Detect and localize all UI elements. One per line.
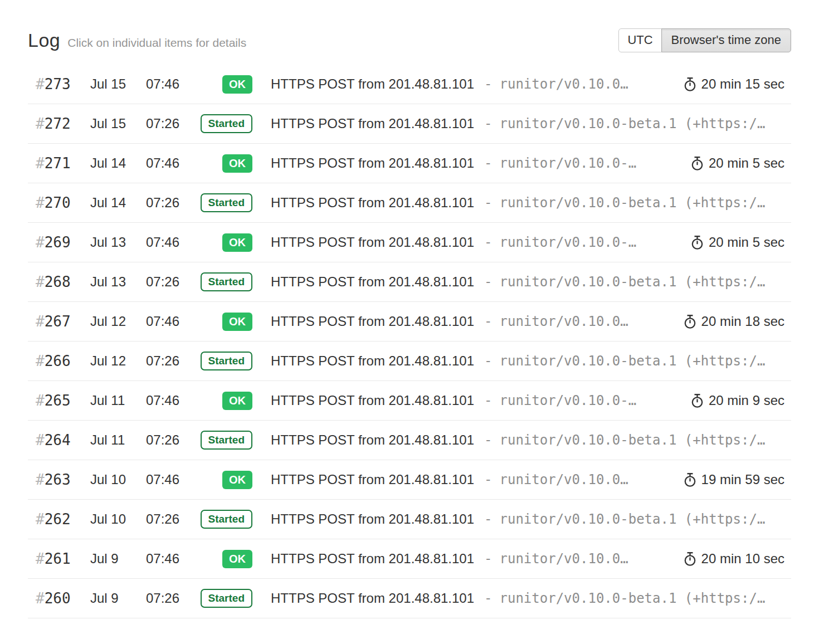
log-row[interactable]: #260 Jul 9 07:26 Started HTTPS POST from… [28,579,791,618]
log-row[interactable]: #264 Jul 11 07:26 Started HTTPS POST fro… [28,421,791,460]
browser-timezone-button[interactable]: Browser's time zone [661,28,791,52]
event-message: HTTPS POST from 201.48.81.101 [271,432,474,448]
status-badge: OK [222,233,252,252]
duration: 20 min 5 sec [680,235,791,250]
event-date: Jul 11 [90,432,146,448]
separator-dash: - [484,314,492,329]
duration: 19 min 59 sec [672,472,791,487]
event-details: HTTPS POST from 201.48.81.101 - runitor/… [271,314,791,329]
status-badge-cell: Started [189,193,252,212]
duration: 20 min 5 sec [680,155,791,171]
status-badge: Started [201,431,252,450]
event-date: Jul 10 [90,472,146,487]
event-number: #266 [28,353,90,369]
page-title: Log [28,30,60,51]
user-agent-text: runitor/v0.10.0-… [500,155,637,171]
number-hash-prefix: # [36,432,45,448]
event-message: HTTPS POST from 201.48.81.101 [271,274,474,290]
number-hash-prefix: # [36,313,45,330]
duration-text: 19 min 59 sec [701,472,784,487]
user-agent-text: runitor/v0.10.0-beta.1 (+https:/… [500,511,766,527]
status-badge-cell: Started [189,510,252,529]
event-number: #273 [28,76,90,92]
duration: 20 min 9 sec [680,393,791,408]
status-badge-cell: OK [189,392,252,410]
number-digits: 273 [45,76,71,92]
number-hash-prefix: # [36,194,45,211]
status-badge-cell: OK [189,233,252,252]
number-hash-prefix: # [36,590,45,607]
user-agent-text: runitor/v0.10.0-… [500,393,637,408]
event-message: HTTPS POST from 201.48.81.101 [271,116,474,131]
status-badge: OK [222,392,252,410]
duration-text: 20 min 15 sec [701,76,784,92]
event-number: #269 [28,234,90,251]
user-agent-text: runitor/v0.10.0-beta.1 (+https:/… [500,116,766,131]
event-time: 07:46 [146,472,189,487]
event-number: #265 [28,392,90,409]
event-number: #268 [28,274,90,290]
event-details: HTTPS POST from 201.48.81.101 - runitor/… [271,155,791,171]
event-details: HTTPS POST from 201.48.81.101 - runitor/… [271,195,791,211]
event-message: HTTPS POST from 201.48.81.101 [271,235,474,250]
stopwatch-icon [684,314,696,329]
log-row[interactable]: #262 Jul 10 07:26 Started HTTPS POST fro… [28,500,791,539]
number-digits: 261 [45,550,71,567]
log-row[interactable]: #263 Jul 10 07:46 OK HTTPS POST from 201… [28,460,791,500]
utc-button[interactable]: UTC [618,28,661,52]
event-time: 07:26 [146,511,189,527]
event-details: HTTPS POST from 201.48.81.101 - runitor/… [271,353,791,369]
user-agent-text: runitor/v0.10.0… [500,472,628,487]
event-time: 07:26 [146,195,189,211]
event-number: #270 [28,194,90,211]
event-date: Jul 11 [90,393,146,408]
user-agent-text: runitor/v0.10.0… [500,551,628,567]
event-time: 07:46 [146,76,189,92]
number-hash-prefix: # [36,550,45,567]
log-row[interactable]: #269 Jul 13 07:46 OK HTTPS POST from 201… [28,223,791,262]
log-row[interactable]: #265 Jul 11 07:46 OK HTTPS POST from 201… [28,381,791,421]
event-number: #262 [28,511,90,528]
number-digits: 268 [45,274,71,290]
log-row[interactable]: #270 Jul 14 07:26 Started HTTPS POST fro… [28,183,791,223]
separator-dash: - [484,511,492,527]
separator-dash: - [484,235,492,250]
stopwatch-icon [684,552,696,567]
status-badge-cell: OK [189,471,252,489]
number-hash-prefix: # [36,511,45,528]
page-subtitle: Click on individual items for details [67,36,246,50]
event-date: Jul 10 [90,511,146,527]
number-digits: 263 [45,471,71,488]
number-hash-prefix: # [36,353,45,369]
log-row[interactable]: #272 Jul 15 07:26 Started HTTPS POST fro… [28,104,791,144]
event-date: Jul 12 [90,353,146,369]
log-row[interactable]: #271 Jul 14 07:46 OK HTTPS POST from 201… [28,144,791,183]
event-details: HTTPS POST from 201.48.81.101 - runitor/… [271,76,791,92]
event-time: 07:26 [146,274,189,290]
status-badge-cell: OK [189,154,252,173]
number-hash-prefix: # [36,274,45,290]
log-row[interactable]: #273 Jul 15 07:46 OK HTTPS POST from 201… [28,65,791,104]
number-digits: 270 [45,194,71,211]
user-agent-text: runitor/v0.10.0-… [500,235,637,250]
event-time: 07:26 [146,353,189,369]
event-number: #263 [28,471,90,488]
event-details: HTTPS POST from 201.48.81.101 - runitor/… [271,551,791,567]
event-details: HTTPS POST from 201.48.81.101 - runitor/… [271,591,791,606]
log-row[interactable]: #261 Jul 9 07:46 OK HTTPS POST from 201.… [28,539,791,579]
event-message: HTTPS POST from 201.48.81.101 [271,393,474,408]
log-row[interactable]: #267 Jul 12 07:46 OK HTTPS POST from 201… [28,302,791,341]
page-header: Log Click on individual items for detail… [28,27,791,53]
status-badge: OK [222,154,252,173]
number-digits: 267 [45,313,71,330]
event-number: #261 [28,550,90,567]
log-row[interactable]: #266 Jul 12 07:26 Started HTTPS POST fro… [28,341,791,381]
separator-dash: - [484,393,492,408]
number-digits: 266 [45,353,71,369]
status-badge: Started [201,114,252,133]
status-badge: Started [201,352,252,370]
log-row[interactable]: #268 Jul 13 07:26 Started HTTPS POST fro… [28,262,791,302]
event-date: Jul 15 [90,76,146,92]
event-date: Jul 13 [90,235,146,250]
log-page: Log Click on individual items for detail… [0,27,819,618]
